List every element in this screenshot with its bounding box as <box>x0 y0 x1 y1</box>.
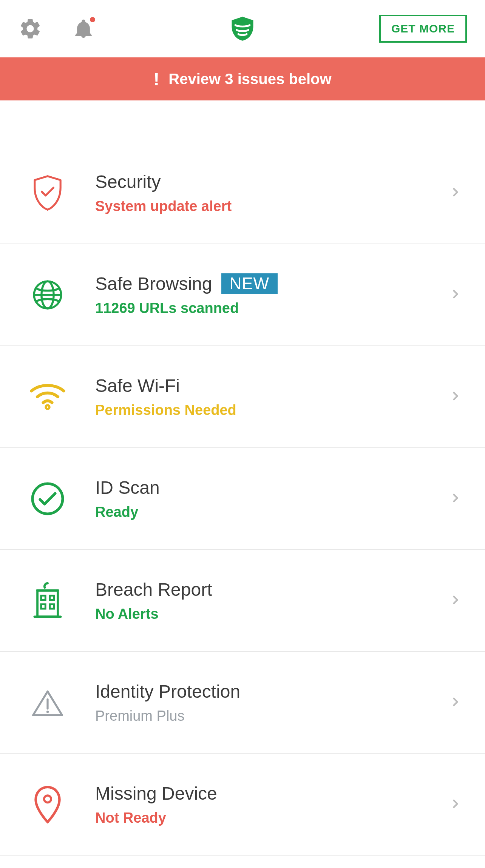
row-security[interactable]: Security System update alert <box>0 142 485 244</box>
chevron-right-icon <box>449 287 464 302</box>
app-logo-shield-icon <box>228 14 257 43</box>
row-body: ID Scan Ready <box>95 477 449 520</box>
row-title: Safe Browsing <box>95 273 212 294</box>
chevron-right-icon <box>449 593 464 608</box>
row-body: Safe Browsing NEW 11269 URLs scanned <box>95 273 449 316</box>
row-title: Missing Device <box>95 783 217 804</box>
chevron-right-icon <box>449 185 464 200</box>
alert-text: Review 3 issues below <box>168 71 331 88</box>
row-subtitle: System update alert <box>95 198 449 214</box>
row-title: Identity Protection <box>95 681 240 702</box>
row-body: Security System update alert <box>95 171 449 214</box>
row-title: ID Scan <box>95 477 160 498</box>
svg-rect-8 <box>50 595 54 600</box>
issues-alert-banner[interactable]: ! Review 3 issues below <box>0 57 485 100</box>
row-breach-report[interactable]: Breach Report No Alerts <box>0 550 485 652</box>
globe-icon <box>29 277 66 313</box>
circle-check-icon <box>29 481 66 517</box>
notifications-bell-icon[interactable] <box>73 18 94 40</box>
chevron-right-icon <box>449 695 464 710</box>
row-body: Breach Report No Alerts <box>95 579 449 622</box>
alert-exclamation-icon: ! <box>153 69 159 89</box>
row-safe-browsing[interactable]: Safe Browsing NEW 11269 URLs scanned <box>0 244 485 346</box>
svg-rect-9 <box>41 604 46 609</box>
row-subtitle: No Alerts <box>95 606 449 622</box>
svg-point-13 <box>46 711 49 713</box>
wifi-icon <box>29 379 66 415</box>
get-more-button[interactable]: GET MORE <box>379 15 467 43</box>
new-badge: NEW <box>221 273 278 294</box>
row-title: Breach Report <box>95 579 212 600</box>
row-id-scan[interactable]: ID Scan Ready <box>0 448 485 550</box>
row-subtitle: Premium Plus <box>95 708 449 724</box>
warning-triangle-icon <box>29 685 66 721</box>
svg-rect-7 <box>41 595 46 600</box>
row-safe-wifi[interactable]: Safe Wi-Fi Permissions Needed <box>0 346 485 448</box>
svg-point-14 <box>44 795 51 802</box>
shield-check-icon <box>29 175 66 211</box>
row-subtitle: Permissions Needed <box>95 402 449 418</box>
row-title: Safe Wi-Fi <box>95 375 180 396</box>
svg-point-4 <box>32 484 63 514</box>
row-identity-protection[interactable]: Identity Protection Premium Plus <box>0 652 485 754</box>
svg-point-3 <box>46 405 49 409</box>
map-pin-icon <box>29 786 66 823</box>
row-missing-device[interactable]: Missing Device Not Ready <box>0 754 485 856</box>
features-list: Security System update alert Safe Browsi… <box>0 142 485 856</box>
row-body: Missing Device Not Ready <box>95 783 449 826</box>
chevron-right-icon <box>449 491 464 506</box>
row-subtitle: 11269 URLs scanned <box>95 300 449 316</box>
row-body: Safe Wi-Fi Permissions Needed <box>95 375 449 418</box>
row-title: Security <box>95 171 161 192</box>
settings-gear-icon[interactable] <box>18 17 42 41</box>
row-subtitle: Ready <box>95 504 449 520</box>
header-left <box>18 17 94 41</box>
row-subtitle: Not Ready <box>95 810 449 826</box>
building-icon <box>29 583 66 619</box>
chevron-right-icon <box>449 389 464 404</box>
row-body: Identity Protection Premium Plus <box>95 681 449 724</box>
chevron-right-icon <box>449 797 464 812</box>
svg-rect-10 <box>50 604 54 609</box>
notification-dot-icon <box>90 17 95 22</box>
app-header: GET MORE <box>0 0 485 57</box>
